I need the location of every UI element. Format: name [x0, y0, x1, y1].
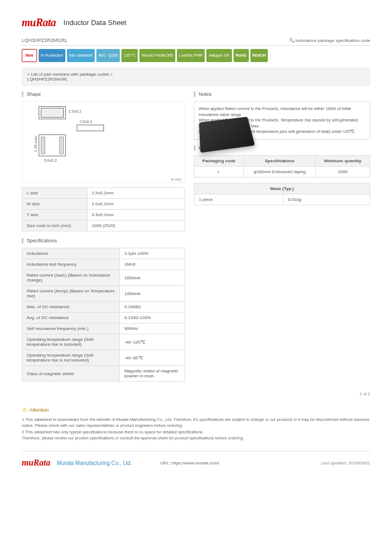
table-row: L size2.5±0.2mm — [22, 188, 185, 199]
attention-line: 1.This datasheet is downloaded from the … — [22, 417, 370, 429]
part-row: LQH3HPZ2R2MGRL Inductance package specif… — [22, 38, 370, 46]
table-row: L φ180mm Embossed taping 1000 — [194, 166, 370, 177]
table-row: Rated current (Isat1) (Based on Inductan… — [22, 270, 185, 286]
ref-header-code: Packaging code — [194, 155, 244, 166]
footer-company: Murata Manufacturing Co., Ltd. — [57, 460, 132, 466]
specs-table: Inductance2.2μH ±20% Inductance test fre… — [22, 248, 185, 382]
badge-production: in Production — [39, 49, 65, 62]
mass-caption: Mass (Typ.) — [194, 183, 370, 194]
page-indicator: 1 of 2 — [22, 391, 370, 396]
package-list-heading: < List of part numbers with package code… — [27, 72, 365, 77]
badge-aec: AEC- Q200 — [96, 49, 120, 62]
table-row: 1 piece 0.016g — [194, 194, 370, 205]
product-photo — [195, 113, 255, 154]
table-row: Max. of DC resistance0.1608Ω — [22, 302, 185, 313]
page-title: Inductor Data Sheet — [64, 19, 127, 27]
table-row: Operating temperature range (Self-temper… — [22, 334, 185, 350]
table-row: Avg. of DC resistance0.134Ω ±20% — [22, 313, 185, 323]
table-row: Class of magnetic shieldMagnetic shield … — [22, 366, 185, 382]
badge-wound: Wound Ferrite 000 — [139, 49, 175, 62]
ref-header-qty: Minimum quantity — [316, 155, 370, 166]
table-row: Size code in inch (mm)1008 (2520) — [22, 221, 185, 231]
footer-url[interactable]: URL: https://www.murata.com/ — [160, 461, 219, 466]
dim-pad: 0.6±0.2 — [44, 158, 57, 162]
table-row: Inductance test frequency1MHz — [22, 259, 185, 270]
badge-125c: 125 °C — [121, 49, 137, 62]
shape-heading: Shape — [22, 91, 185, 97]
footer: muRata Murata Manufacturing Co., Ltd. UR… — [22, 451, 370, 468]
table-row: Rated current (Itemp) (Based on Temperat… — [22, 286, 185, 302]
table-row: Operating temperature range (Self-temper… — [22, 350, 185, 366]
badges: New in Production Info- tainment AEC- Q2… — [22, 49, 370, 62]
badge-halogen: Halogen OK — [206, 49, 231, 62]
attention-line: 2.This datasheet has only typical specif… — [22, 429, 370, 435]
table-row: Self resonance frequency (min.)80MHz — [22, 323, 185, 334]
footer-updated: Last updated: 2019/06/01 — [321, 461, 370, 466]
attention-line: Therefore, please review our product spe… — [22, 435, 370, 441]
dimensions-table: L size2.5±0.2mm W size2.0±0.2mm T size0.… — [22, 187, 185, 231]
shape-drawing: 2.5±0.2 2.0±0.2 2.45 max 0.6±0.2 in mm — [22, 101, 185, 183]
references-table: Packaging code Specifications Minimum qu… — [194, 155, 370, 177]
search-link[interactable]: Inductance package specification code — [289, 38, 370, 43]
table-row: T size0.9±0.1mm — [22, 210, 185, 221]
badge-reach: REACH — [250, 49, 268, 62]
table-row: Inductance2.2μH ±20% — [22, 248, 185, 259]
notes-heading: Notes — [194, 91, 370, 97]
dim-l: 2.5±0.2 — [69, 109, 81, 113]
header: muRata Inductor Data Sheet — [22, 16, 370, 29]
badge-rohs: RoHS — [234, 49, 249, 62]
table-row: W size2.0±0.2mm — [22, 199, 185, 210]
badge-new: New — [22, 49, 37, 62]
unit-label: in mm — [171, 177, 181, 181]
package-list-box: < List of part numbers with package code… — [22, 68, 370, 86]
badge-lowrdc: LowRdc PWR — [177, 49, 205, 62]
specs-heading: Specifications — [22, 238, 185, 243]
mass-table: Mass (Typ.) 1 piece 0.016g — [194, 183, 370, 205]
footer-logo: muRata — [22, 458, 50, 468]
badge-infotainment: Info- tainment — [67, 49, 95, 62]
dim-w: 2.0±0.2 — [79, 120, 92, 124]
dim-t: 2.45 max — [34, 136, 38, 152]
attention-heading: Attention — [22, 406, 370, 413]
part-number: LQH3HPZ2R2MGRL — [22, 38, 68, 43]
ref-header-spec: Specifications — [244, 155, 316, 166]
package-list-item: LQH3HPZ2R2MGRL — [27, 77, 365, 82]
logo: muRata — [22, 16, 56, 29]
attention-section: Attention 1.This datasheet is downloaded… — [22, 406, 370, 441]
